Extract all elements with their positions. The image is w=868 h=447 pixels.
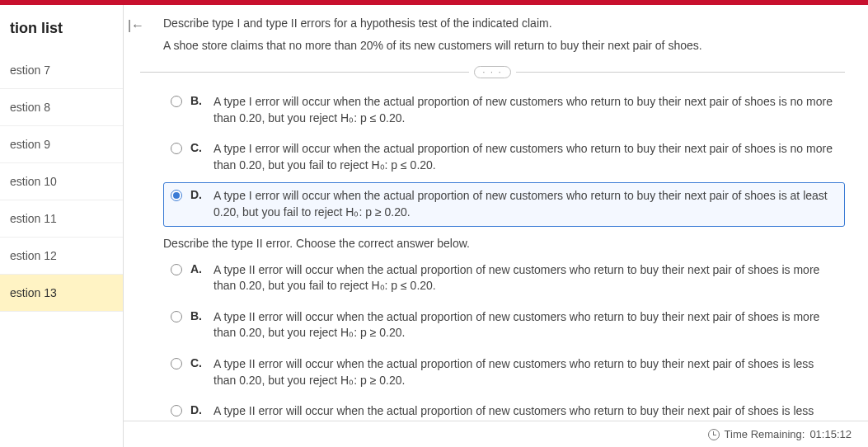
sidebar-item-q11[interactable]: estion 11: [0, 200, 123, 238]
sidebar-item-q13[interactable]: estion 13: [0, 275, 123, 312]
radio-icon: [171, 190, 182, 201]
option-c-2[interactable]: C. A type II error will occur when the a…: [163, 351, 845, 394]
part1-options: B. A type I error will occur when the ac…: [163, 88, 845, 227]
question-list-sidebar: tion list estion 7 estion 8 estion 9 est…: [0, 5, 124, 447]
option-text: A type II error will occur when the actu…: [213, 309, 838, 341]
sidebar-item-q10[interactable]: estion 10: [0, 163, 123, 200]
question-panel: |← Describe type I and type II errors fo…: [124, 5, 868, 447]
section-divider: · · ·: [140, 66, 845, 78]
clock-icon: [708, 429, 720, 440]
option-letter: A.: [190, 262, 205, 294]
radio-icon: [171, 311, 182, 322]
option-text: A type II error will occur when the actu…: [213, 356, 838, 388]
sidebar-item-q12[interactable]: estion 12: [0, 238, 123, 275]
option-text: A type I error will occur when the actua…: [213, 141, 838, 173]
option-letter: B.: [190, 94, 205, 126]
sidebar-item-q8[interactable]: estion 8: [0, 89, 123, 126]
option-b[interactable]: B. A type I error will occur when the ac…: [163, 88, 845, 132]
part2-prompt: Describe the type II error. Choose the c…: [163, 237, 845, 250]
radio-icon: [171, 264, 182, 275]
time-remaining: Time Remaining: 01:15:12: [708, 428, 852, 440]
option-text: A type I error will occur when the actua…: [213, 188, 838, 220]
timer-value: 01:15:12: [809, 428, 852, 440]
option-letter: D.: [190, 188, 205, 220]
radio-icon: [171, 96, 182, 107]
sidebar-item-q7[interactable]: estion 7: [0, 52, 123, 89]
sidebar-item-q9[interactable]: estion 9: [0, 126, 123, 163]
radio-icon: [171, 405, 182, 416]
divider-handle[interactable]: · · ·: [474, 66, 512, 78]
page-layout: tion list estion 7 estion 8 estion 9 est…: [0, 5, 868, 447]
option-letter: C.: [190, 356, 205, 388]
radio-icon: [171, 143, 182, 154]
option-letter: B.: [190, 309, 205, 341]
radio-icon: [171, 358, 182, 369]
option-a-2[interactable]: A. A type II error will occur when the a…: [163, 256, 845, 300]
question-prompt: Describe type I and type II errors for a…: [163, 15, 845, 32]
collapse-sidebar-icon[interactable]: |←: [127, 16, 145, 35]
option-d[interactable]: D. A type I error will occur when the ac…: [163, 182, 845, 226]
option-text: A type II error will occur when the actu…: [213, 262, 838, 294]
option-letter: C.: [190, 141, 205, 173]
divider-line-left: [140, 72, 469, 73]
timer-label: Time Remaining:: [725, 428, 805, 440]
part2-options: A. A type II error will occur when the a…: [163, 256, 845, 442]
divider-line-right: [516, 72, 845, 73]
footer-bar: Time Remaining: 01:15:12: [124, 421, 868, 447]
sidebar-title: tion list: [0, 13, 123, 52]
question-context: A shoe store claims that no more than 20…: [163, 37, 845, 54]
option-text: A type I error will occur when the actua…: [213, 94, 838, 126]
option-b-2[interactable]: B. A type II error will occur when the a…: [163, 303, 845, 347]
option-c[interactable]: C. A type I error will occur when the ac…: [163, 135, 845, 179]
